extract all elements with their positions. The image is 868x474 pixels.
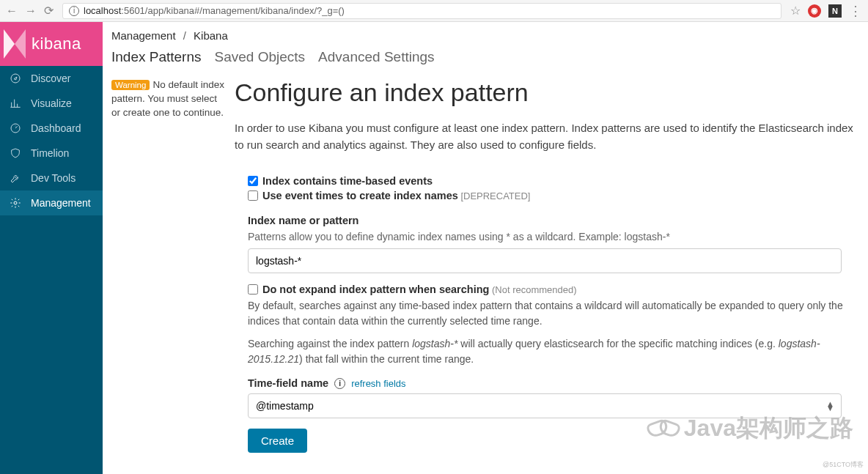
index-pattern-input[interactable] [248,248,842,273]
event-times-checkbox[interactable] [248,190,258,201]
management-tabs: Index Patterns Saved Objects Advanced Se… [111,49,859,65]
tab-index-patterns[interactable]: Index Patterns [111,49,202,65]
index-name-help: Patterns allow you to define dynamic ind… [248,231,855,242]
forward-icon[interactable]: → [25,4,37,18]
sidebar-item-dashboard[interactable]: Dashboard [0,116,103,141]
tab-advanced-settings[interactable]: Advanced Settings [318,49,434,65]
sidebar-item-management[interactable]: Management [0,190,103,215]
url-host: localhost [84,5,121,16]
page-lead: In order to use Kibana you must configur… [235,120,855,153]
sidebar-item-discover[interactable]: Discover [0,66,103,91]
bookmark-star-icon[interactable]: ☆ [790,4,801,18]
address-bar[interactable]: i localhost:5601/app/kibana#/management/… [62,3,781,19]
main-content: Management / Kibana Index Patterns Saved… [103,22,868,474]
time-based-label[interactable]: Index contains time-based events [262,175,433,187]
wrench-icon [9,172,22,184]
reload-icon[interactable]: ⟳ [44,4,54,18]
small-watermark: @51CTO博客 [823,460,864,470]
breadcrumb-root[interactable]: Management [111,29,176,42]
breadcrumb-current: Kibana [194,29,228,42]
sidebar-item-label: Dashboard [31,122,81,134]
sidebar-item-label: Discover [31,73,70,84]
sidebar-item-label: Visualize [31,97,72,109]
bar-chart-icon [9,97,22,109]
browser-menu-icon[interactable]: ⋮ [849,3,862,19]
expand-help-1: By default, searches against any time-ba… [248,298,855,329]
no-expand-checkbox[interactable] [248,284,258,295]
shield-icon [9,147,22,159]
page-title: Configure an index pattern [235,78,855,107]
sidebar-item-visualize[interactable]: Visualize [0,91,103,116]
time-field-select[interactable]: @timestamp [248,393,842,418]
breadcrumb: Management / Kibana [111,29,859,42]
sidebar-item-timelion[interactable]: Timelion [0,141,103,166]
warning-badge: Warning [111,80,150,90]
sidebar-item-label: Timelion [31,147,69,159]
create-button[interactable]: Create [248,429,307,453]
sidebar-item-label: Management [31,197,91,209]
logo-bar[interactable]: kibana [0,22,103,66]
kibana-logo-icon [4,29,26,59]
browser-nav-controls: ← → ⟳ [6,4,54,18]
back-icon[interactable]: ← [6,4,18,18]
svg-point-2 [14,201,17,204]
sidebar: kibana Discover Visualize Dashboard Time… [0,22,103,474]
time-based-checkbox[interactable] [248,176,258,186]
no-expand-label[interactable]: Do not expand index pattern when searchi… [262,284,577,295]
info-icon[interactable]: i [334,378,345,389]
sidebar-item-devtools[interactable]: Dev Tools [0,166,103,190]
index-warning-panel: WarningNo default index pattern. You mus… [103,71,235,467]
event-times-label[interactable]: Use event times to create index names [D… [262,190,530,201]
index-name-label: Index name or pattern [248,215,855,226]
svg-point-0 [11,74,20,83]
extension-ublock-icon[interactable]: ◉ [808,4,821,18]
site-info-icon[interactable]: i [69,6,79,16]
url-path: :5601/app/kibana#/management/kibana/inde… [121,5,345,16]
browser-right-controls: ☆ ◉ N ⋮ [790,3,862,19]
tab-saved-objects[interactable]: Saved Objects [215,49,306,65]
chevron-updown-icon: ▲▼ [826,402,834,410]
extension-icon[interactable]: N [828,4,842,18]
gear-icon [9,197,22,209]
gauge-icon [9,122,22,134]
time-field-label: Time-field name [248,377,328,389]
compass-icon [9,73,22,84]
expand-help-2: Searching against the index pattern logs… [248,336,855,367]
browser-chrome-bar: ← → ⟳ i localhost:5601/app/kibana#/manag… [0,0,868,22]
logo-text: kibana [32,34,81,53]
refresh-fields-link[interactable]: refresh fields [351,378,405,389]
sidebar-item-label: Dev Tools [31,172,76,184]
